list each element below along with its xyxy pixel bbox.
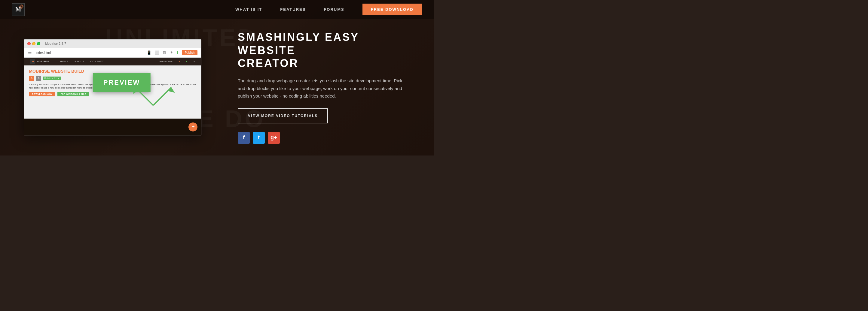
app-inner-nav-home: HOME — [60, 60, 68, 63]
right-panel: SMASHINGLY EASY WEBSITE CREATOR The drag… — [226, 19, 434, 156]
heading-line2: CREATOR — [238, 57, 299, 69]
logo-rays-icon — [19, 4, 24, 9]
nav-forums[interactable]: FORUMS — [324, 7, 344, 12]
app-inner-nav-contact: CONTACT — [90, 60, 104, 63]
eye-icon[interactable]: 👁 — [170, 51, 173, 54]
app-inner-logo-letter: M — [32, 60, 34, 63]
toolbar-filename: index.html — [35, 51, 143, 54]
svg-line-8 — [20, 7, 21, 8]
google-plus-icon[interactable]: g+ — [268, 132, 280, 144]
toolbar-right: 👁 ⬆ Publish — [170, 50, 198, 55]
menu-icon[interactable]: ☰ — [28, 50, 32, 55]
left-panel: Mobirise 2.8.7 ☰ index.html 📱 ⬜ 🖥 👁 ⬆ Pu… — [0, 19, 226, 156]
app-inner-chevron: ▼ — [193, 60, 195, 63]
heading-line1: SMASHINGLY EASY WEBSITE — [238, 31, 359, 56]
twitter-icon[interactable]: t — [253, 132, 265, 144]
site-font-selector[interactable]: Roboto ▼ 21 ▼ — [43, 76, 61, 80]
view-tutorials-button[interactable]: VIEW MORE VIDEO TUTORIALS — [238, 108, 328, 124]
main-heading: SMASHINGLY EASY WEBSITE CREATOR — [238, 31, 416, 70]
free-download-button[interactable]: FREE DOWNLOAD — [363, 4, 422, 15]
svg-line-5 — [20, 5, 21, 6]
social-icons: f t g+ — [238, 132, 416, 144]
facebook-icon[interactable]: f — [238, 132, 250, 144]
tablet-device-icon[interactable]: ⬜ — [154, 50, 159, 55]
svg-line-7 — [22, 5, 23, 6]
site-gear-btn[interactable]: ⚙ — [36, 76, 41, 81]
svg-line-6 — [22, 7, 23, 8]
svg-marker-12 — [168, 88, 175, 93]
app-inner-dot-green: ● — [186, 60, 187, 63]
nav-what-is-it[interactable]: WHAT IS IT — [235, 7, 262, 12]
app-title: Mobirise 2.8.7 — [45, 42, 66, 45]
window-controls — [27, 42, 40, 45]
window-close[interactable] — [27, 42, 31, 45]
navbar: M WHAT IS IT FEATURES FORUMS FREE DOWNLO… — [0, 0, 434, 19]
mobile-device-icon[interactable]: 📱 — [147, 50, 152, 55]
logo[interactable]: M — [12, 3, 25, 16]
publish-button[interactable]: Publish — [182, 50, 198, 55]
site-download-btn[interactable]: DOWNLOAD NOW — [29, 92, 55, 96]
site-windows-btn[interactable]: FOR WINDOWS & MAC — [57, 92, 89, 96]
main-description: The drag-and-drop webpage creator lets y… — [238, 77, 406, 100]
desktop-device-icon[interactable]: 🖥 — [162, 50, 166, 55]
add-block-button[interactable]: + — [188, 123, 197, 132]
mobile-view-label: Mobile View — [160, 60, 173, 63]
app-inner-navbar: M MOBIRISE HOME ABOUT CONTACT Mobile Vie… — [24, 58, 201, 65]
app-inner-publish-label: ● — [179, 60, 180, 63]
upload-icon[interactable]: ⬆ — [176, 51, 179, 55]
window-maximize[interactable] — [37, 42, 40, 45]
nav-features[interactable]: FEATURES — [280, 7, 306, 12]
app-inner-brand: M MOBIRISE — [30, 59, 50, 64]
app-inner-brand-label: MOBIRISE — [37, 60, 50, 63]
app-bottom-area: + — [24, 118, 201, 135]
app-toolbar: ☰ index.html 📱 ⬜ 🖥 👁 ⬆ Publish — [24, 48, 201, 58]
app-inner-logo: M — [30, 59, 35, 64]
main-content: Mobirise 2.8.7 ☰ index.html 📱 ⬜ 🖥 👁 ⬆ Pu… — [0, 19, 434, 156]
app-titlebar: Mobirise 2.8.7 — [24, 40, 201, 48]
logo-box: M — [12, 3, 25, 16]
svg-point-0 — [21, 6, 22, 7]
site-edit-btn[interactable]: ✎ — [29, 76, 34, 81]
nav-links: WHAT IS IT FEATURES FORUMS FREE DOWNLOAD — [235, 4, 422, 15]
window-minimize[interactable] — [32, 42, 35, 45]
arrows-decoration — [129, 84, 177, 108]
device-icons: 📱 ⬜ 🖥 — [147, 50, 166, 55]
app-inner-nav-about: ABOUT — [74, 60, 85, 63]
